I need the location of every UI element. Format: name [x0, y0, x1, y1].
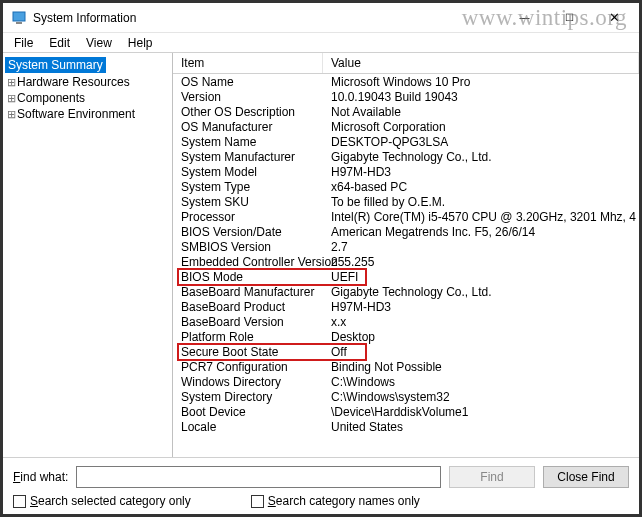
menu-view[interactable]: View: [79, 35, 119, 51]
cell-item: System Directory: [173, 390, 323, 404]
table-row[interactable]: System ModelH97M-HD3: [173, 164, 639, 179]
tree-item-label: Hardware Resources: [17, 75, 130, 89]
details-panel: Item Value OS NameMicrosoft Windows 10 P…: [173, 53, 639, 457]
svg-rect-0: [13, 12, 25, 21]
cell-item: Windows Directory: [173, 375, 323, 389]
table-row[interactable]: Platform RoleDesktop: [173, 329, 639, 344]
table-row[interactable]: System Typex64-based PC: [173, 179, 639, 194]
expand-icon[interactable]: ⊞: [5, 76, 17, 89]
cell-item: BIOS Mode: [173, 270, 323, 284]
table-body[interactable]: OS NameMicrosoft Windows 10 ProVersion10…: [173, 74, 639, 456]
table-row[interactable]: Secure Boot StateOff: [173, 344, 639, 359]
cell-value: Gigabyte Technology Co., Ltd.: [323, 285, 639, 299]
cell-item: OS Name: [173, 75, 323, 89]
cell-value: DESKTOP-QPG3LSA: [323, 135, 639, 149]
checkbox-icon[interactable]: [251, 495, 264, 508]
cell-value: H97M-HD3: [323, 300, 639, 314]
svg-rect-1: [16, 22, 22, 24]
cell-item: Processor: [173, 210, 323, 224]
table-row[interactable]: ProcessorIntel(R) Core(TM) i5-4570 CPU @…: [173, 209, 639, 224]
app-icon: [11, 10, 27, 26]
tree-item-label: Components: [17, 91, 85, 105]
cell-value: Off: [323, 345, 639, 359]
table-row[interactable]: BIOS Version/DateAmerican Megatrends Inc…: [173, 224, 639, 239]
cell-item: SMBIOS Version: [173, 240, 323, 254]
cell-item: BIOS Version/Date: [173, 225, 323, 239]
cell-value: H97M-HD3: [323, 165, 639, 179]
table-row[interactable]: System SKUTo be filled by O.E.M.: [173, 194, 639, 209]
column-header-value[interactable]: Value: [323, 53, 639, 73]
cell-value: C:\Windows\system32: [323, 390, 639, 404]
cell-value: C:\Windows: [323, 375, 639, 389]
titlebar[interactable]: System Information — ☐ ✕: [3, 3, 639, 33]
tree-root-label: System Summary: [5, 57, 106, 73]
table-row[interactable]: Other OS DescriptionNot Available: [173, 104, 639, 119]
column-header-item[interactable]: Item: [173, 53, 323, 73]
maximize-button[interactable]: ☐: [547, 4, 592, 32]
cell-item: Version: [173, 90, 323, 104]
table-header[interactable]: Item Value: [173, 53, 639, 74]
close-find-button[interactable]: Close Find: [543, 466, 629, 488]
table-row[interactable]: Boot Device\Device\HarddiskVolume1: [173, 404, 639, 419]
tree-root[interactable]: System Summary: [5, 56, 170, 74]
system-information-window: www.wintips.org System Information — ☐ ✕…: [0, 0, 642, 517]
tree-item-components[interactable]: ⊞ Components: [5, 90, 170, 106]
cell-item: OS Manufacturer: [173, 120, 323, 134]
expand-icon[interactable]: ⊞: [5, 92, 17, 105]
table-row[interactable]: BaseBoard ProductH97M-HD3: [173, 299, 639, 314]
tree-item-software[interactable]: ⊞ Software Environment: [5, 106, 170, 122]
cell-value: Microsoft Windows 10 Pro: [323, 75, 639, 89]
table-row[interactable]: Embedded Controller Version255.255: [173, 254, 639, 269]
tree-item-hardware[interactable]: ⊞ Hardware Resources: [5, 74, 170, 90]
cell-value: x.x: [323, 315, 639, 329]
menu-file[interactable]: File: [7, 35, 40, 51]
cell-value: \Device\HarddiskVolume1: [323, 405, 639, 419]
check-selected-category[interactable]: Search selected category only: [13, 494, 191, 508]
cell-item: BaseBoard Product: [173, 300, 323, 314]
content-area: System Summary ⊞ Hardware Resources ⊞ Co…: [3, 53, 639, 457]
table-row[interactable]: Version10.0.19043 Build 19043: [173, 89, 639, 104]
menu-help[interactable]: Help: [121, 35, 160, 51]
cell-value: 255.255: [323, 255, 639, 269]
minimize-button[interactable]: —: [502, 4, 547, 32]
table-row[interactable]: System DirectoryC:\Windows\system32: [173, 389, 639, 404]
cell-item: System Manufacturer: [173, 150, 323, 164]
cell-item: BaseBoard Manufacturer: [173, 285, 323, 299]
table-row[interactable]: System NameDESKTOP-QPG3LSA: [173, 134, 639, 149]
table-row[interactable]: PCR7 ConfigurationBinding Not Possible: [173, 359, 639, 374]
cell-item: Secure Boot State: [173, 345, 323, 359]
check-category-names[interactable]: Search category names only: [251, 494, 420, 508]
cell-value: United States: [323, 420, 639, 434]
table-row[interactable]: System ManufacturerGigabyte Technology C…: [173, 149, 639, 164]
cell-value: Microsoft Corporation: [323, 120, 639, 134]
cell-value: Binding Not Possible: [323, 360, 639, 374]
table-row[interactable]: BaseBoard ManufacturerGigabyte Technolog…: [173, 284, 639, 299]
table-row[interactable]: Windows DirectoryC:\Windows: [173, 374, 639, 389]
find-button[interactable]: Find: [449, 466, 535, 488]
find-input[interactable]: [76, 466, 441, 488]
window-title: System Information: [33, 11, 502, 25]
cell-value: Desktop: [323, 330, 639, 344]
table-row[interactable]: OS ManufacturerMicrosoft Corporation: [173, 119, 639, 134]
table-row[interactable]: SMBIOS Version2.7: [173, 239, 639, 254]
cell-value: UEFI: [323, 270, 639, 284]
cell-item: Platform Role: [173, 330, 323, 344]
close-button[interactable]: ✕: [592, 4, 637, 32]
nav-tree[interactable]: System Summary ⊞ Hardware Resources ⊞ Co…: [3, 53, 173, 457]
cell-item: System Type: [173, 180, 323, 194]
expand-icon[interactable]: ⊞: [5, 108, 17, 121]
checkbox-icon[interactable]: [13, 495, 26, 508]
cell-value: American Megatrends Inc. F5, 26/6/14: [323, 225, 639, 239]
cell-item: System Name: [173, 135, 323, 149]
cell-item: Boot Device: [173, 405, 323, 419]
menu-edit[interactable]: Edit: [42, 35, 77, 51]
table-row[interactable]: OS NameMicrosoft Windows 10 Pro: [173, 74, 639, 89]
cell-value: 10.0.19043 Build 19043: [323, 90, 639, 104]
table-row[interactable]: LocaleUnited States: [173, 419, 639, 434]
menubar: File Edit View Help: [3, 33, 639, 53]
cell-item: Embedded Controller Version: [173, 255, 323, 269]
find-bar: Find what: Find Close Find Search select…: [3, 457, 639, 514]
cell-value: x64-based PC: [323, 180, 639, 194]
table-row[interactable]: BIOS ModeUEFI: [173, 269, 639, 284]
table-row[interactable]: BaseBoard Versionx.x: [173, 314, 639, 329]
